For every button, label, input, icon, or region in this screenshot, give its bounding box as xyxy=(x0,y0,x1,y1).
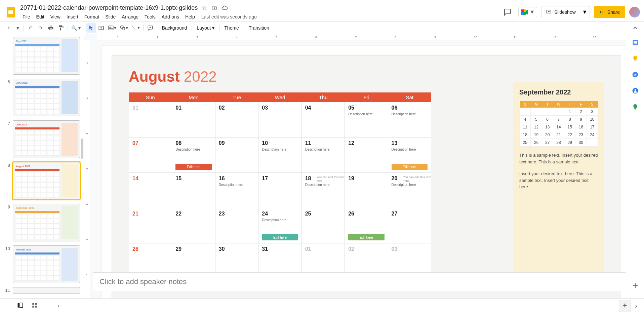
menu-format[interactable]: Format xyxy=(82,13,102,20)
explore-button[interactable] xyxy=(619,300,631,312)
collapse-toolbar-icon[interactable] xyxy=(631,23,640,33)
calendar-cell[interactable]: 25 xyxy=(302,208,345,243)
calendar-cell[interactable]: 04 xyxy=(302,102,345,137)
new-slide-button[interactable]: ＋ xyxy=(4,23,13,33)
calendar-cell[interactable]: 10Description here xyxy=(258,138,301,172)
calendar-cell[interactable]: 06Description here xyxy=(388,102,431,137)
comment-tool[interactable] xyxy=(146,23,155,33)
print-button[interactable] xyxy=(46,23,55,33)
calendar-cell[interactable]: 02 xyxy=(215,102,258,137)
meet-button[interactable]: ▼ xyxy=(518,7,537,17)
mini-calendar-panel[interactable]: September 2022 SMTWTFS123456789101112131… xyxy=(513,82,604,275)
menu-insert[interactable]: Insert xyxy=(64,13,81,20)
new-slide-dropdown[interactable]: ▼ xyxy=(14,23,22,33)
slide-thumb[interactable]: August 2022 xyxy=(13,162,80,200)
grid-view-icon[interactable] xyxy=(32,302,38,310)
calendar-cell[interactable]: 27 xyxy=(388,208,431,243)
calendar-cell[interactable]: 09 xyxy=(215,138,258,172)
calendar-cell[interactable]: 15 xyxy=(172,173,215,208)
contacts-addon-icon[interactable] xyxy=(632,87,639,94)
calendar-cell[interactable]: 11Description here xyxy=(302,138,345,172)
undo-button[interactable]: ↶ xyxy=(26,23,35,33)
calendar-cell[interactable]: 03 xyxy=(258,102,301,137)
redo-button[interactable]: ↷ xyxy=(36,23,45,33)
next-slide-icon[interactable]: › xyxy=(635,302,637,310)
menu-edit[interactable]: Edit xyxy=(34,13,47,20)
layout-button[interactable]: Layout ▾ xyxy=(194,25,217,31)
tasks-addon-icon[interactable] xyxy=(632,71,639,78)
svg-rect-23 xyxy=(20,303,23,308)
slide-thumb[interactable]: October 2022 xyxy=(13,245,80,283)
calendar-cell[interactable]: 08Description hereEdit here xyxy=(172,138,215,172)
zoom-button[interactable]: 🔍 ▾ xyxy=(70,23,82,33)
menu-tools[interactable]: Tools xyxy=(142,13,158,20)
mini-title: September 2022 xyxy=(519,88,598,96)
calendar-cell[interactable]: 07 xyxy=(129,138,172,172)
svg-rect-4 xyxy=(521,12,524,15)
doc-title[interactable]: 20771-01-2022-calendar-powerpoint-templa… xyxy=(20,4,198,11)
toolbar: ＋ ▼ ↶ ↷ 🔍 ▾ ▾ ▾ ＼ ▾ Background Layout ▾ … xyxy=(0,22,644,34)
account-avatar[interactable] xyxy=(629,7,640,17)
calendar-cell[interactable]: 12 xyxy=(345,138,388,172)
calendar-cell[interactable]: 18You can edit this text here.Descriptio… xyxy=(302,173,345,208)
prev-slide-icon[interactable]: ‹ xyxy=(58,303,59,309)
calendar-cell[interactable]: 01 xyxy=(172,102,215,137)
theme-button[interactable]: Theme xyxy=(222,25,242,31)
filmstrip[interactable]: May 20226June 20227July 20228August 2022… xyxy=(0,34,84,313)
calendar-cell[interactable]: 24Description hereEdit here xyxy=(258,208,301,243)
add-addon-icon[interactable]: ＋ xyxy=(631,279,640,291)
calendar-addon-icon[interactable]: 31 xyxy=(632,39,639,46)
comments-icon[interactable] xyxy=(501,5,514,19)
paint-format-button[interactable] xyxy=(56,23,66,33)
calendar-cell[interactable]: 26Edit here xyxy=(345,208,388,243)
shape-tool[interactable]: ▾ xyxy=(118,23,129,33)
textbox-tool[interactable] xyxy=(96,23,106,33)
select-tool[interactable] xyxy=(86,23,96,33)
image-tool[interactable]: ▾ xyxy=(107,23,118,33)
slideshow-dropdown[interactable]: ▼ xyxy=(580,6,590,18)
calendar-cell[interactable]: 16Description here xyxy=(215,173,258,208)
calendar-cell[interactable]: 31 xyxy=(129,102,172,137)
calendar-cell[interactable]: 21 xyxy=(129,208,172,243)
calendar-cell[interactable]: 13Description hereEdit here xyxy=(388,138,431,172)
share-button[interactable]: Share xyxy=(594,6,625,18)
star-icon[interactable]: ☆ xyxy=(201,4,208,11)
menu-help[interactable]: Help xyxy=(183,13,197,20)
calendar-cell[interactable]: 05Description here xyxy=(345,102,388,137)
calendar-cell[interactable]: 17 xyxy=(258,173,301,208)
maps-addon-icon[interactable] xyxy=(632,104,639,110)
slide-thumb[interactable]: May 2022 xyxy=(13,37,80,75)
calendar-cell[interactable]: 23 xyxy=(215,208,258,243)
slide-thumb[interactable] xyxy=(13,287,80,294)
line-tool[interactable]: ＼ ▾ xyxy=(130,23,141,33)
calendar-cell[interactable]: 19 xyxy=(345,173,388,208)
filmstrip-view-icon[interactable] xyxy=(17,302,24,310)
menu-view[interactable]: View xyxy=(48,13,63,20)
transition-button[interactable]: Transition xyxy=(246,25,272,31)
slide-thumb[interactable]: July 2022 xyxy=(13,120,80,158)
filmstrip-scrollbar[interactable] xyxy=(81,139,83,159)
cloud-icon[interactable] xyxy=(221,4,228,11)
speaker-notes[interactable]: Click to add speaker notes xyxy=(93,272,626,291)
calendar-title[interactable]: August 2022 xyxy=(129,68,217,85)
slideshow-label: Slideshow xyxy=(554,9,576,15)
slideshow-button[interactable]: Slideshow ▼ xyxy=(541,6,590,18)
last-edit-text[interactable]: Last edit was seconds ago xyxy=(201,14,257,19)
background-button[interactable]: Background xyxy=(159,25,190,31)
menu-file[interactable]: File xyxy=(20,13,33,20)
menu-arrange[interactable]: Arrange xyxy=(119,13,141,20)
mini-text-2: Insert your desired text here. This is a… xyxy=(519,170,598,190)
menu-add-ons[interactable]: Add-ons xyxy=(159,13,182,20)
slides-logo[interactable] xyxy=(4,5,17,19)
calendar-cell[interactable]: 20You can edit this text here.Descriptio… xyxy=(388,173,431,208)
canvas[interactable]: 12345678910111213 1234567 August 2022 Su… xyxy=(84,34,644,313)
slide-thumb[interactable]: June 2022 xyxy=(13,79,80,116)
mini-text-1: This is a sample text. Insert your desir… xyxy=(519,152,598,165)
slide-canvas[interactable]: August 2022 SunMonTueWedThuFriSat 310102… xyxy=(102,46,631,311)
keep-addon-icon[interactable] xyxy=(632,55,639,62)
move-icon[interactable] xyxy=(211,4,218,11)
calendar-cell[interactable]: 22 xyxy=(172,208,215,243)
slide-thumb[interactable]: September 2022 xyxy=(13,204,80,241)
calendar-cell[interactable]: 14 xyxy=(129,173,172,208)
menu-slide[interactable]: Slide xyxy=(103,13,118,20)
